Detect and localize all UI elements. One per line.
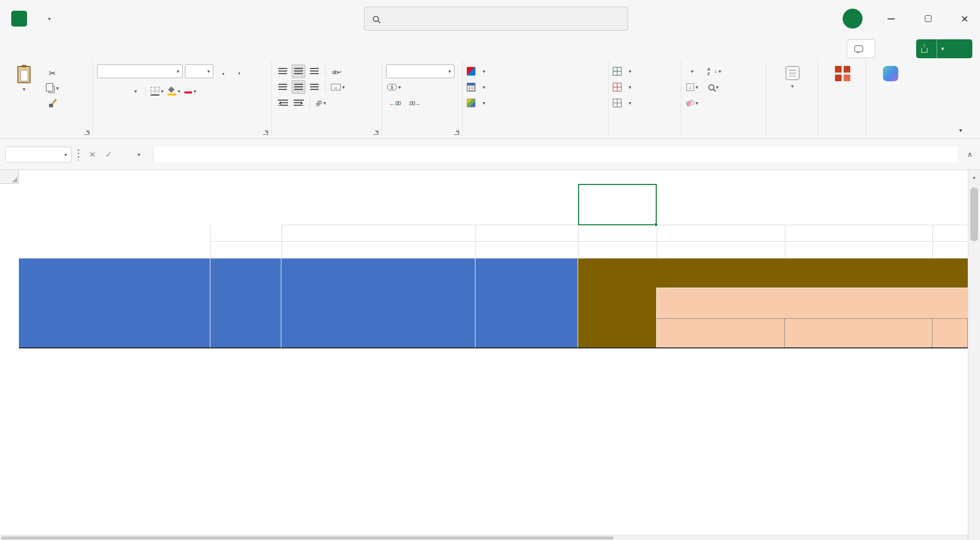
accounting-format-button[interactable] [386, 80, 402, 94]
insert-cells-button[interactable] [613, 63, 678, 79]
header-cell-ma-muc-tieu[interactable] [210, 259, 281, 348]
selected-cell-G1[interactable] [578, 184, 657, 225]
autosum-button[interactable] [685, 64, 698, 78]
increase-font-button[interactable]: ▴ [216, 64, 229, 78]
horizontal-scrollbar-thumb[interactable] [1, 536, 614, 539]
font-color-dropdown-icon[interactable] [194, 88, 196, 94]
clear-dropdown-icon[interactable] [696, 100, 698, 106]
bold-button[interactable] [97, 84, 111, 98]
cell-styles-dropdown-icon[interactable] [483, 100, 485, 106]
number-format-combo[interactable] [386, 64, 455, 78]
document-title[interactable] [43, 0, 51, 37]
orientation-button[interactable] [314, 96, 327, 110]
header-band-peach[interactable] [657, 288, 968, 318]
font-dialog-launcher[interactable] [263, 130, 268, 135]
close-button[interactable] [953, 0, 976, 37]
enter-formula-button[interactable] [101, 147, 116, 162]
cancel-formula-button[interactable] [85, 147, 100, 162]
paste-dropdown-icon[interactable] [22, 86, 25, 92]
scroll-up-arrow-icon[interactable] [968, 172, 980, 182]
comments-button[interactable] [847, 39, 875, 58]
search-box[interactable] [364, 7, 628, 31]
fill-button[interactable] [685, 80, 699, 94]
fill-color-dropdown-icon[interactable] [178, 88, 180, 94]
copilot-button[interactable] [876, 63, 905, 83]
delete-cells-button[interactable] [613, 79, 678, 95]
borders-dropdown-icon[interactable] [161, 88, 163, 94]
wrap-text-button[interactable] [330, 64, 344, 78]
decrease-indent-button[interactable] [276, 96, 290, 110]
header-cell-vien-canh[interactable] [19, 259, 210, 348]
fx-dropdown[interactable] [134, 147, 144, 162]
avatar[interactable] [843, 9, 863, 29]
search-input[interactable] [385, 14, 619, 24]
fill-dropdown-icon[interactable] [696, 84, 698, 90]
formula-input[interactable] [154, 147, 958, 162]
conditional-formatting-dropdown-icon[interactable] [483, 68, 485, 74]
sensitivity-button[interactable] [778, 63, 807, 89]
header-cell-chi-tieu[interactable] [933, 318, 968, 348]
header-cell-ma-chi-so[interactable] [578, 288, 657, 348]
font-name-combo[interactable] [97, 64, 183, 78]
header-cell-ten-muc-tieu[interactable] [281, 259, 475, 348]
clipboard-dialog-launcher[interactable] [84, 130, 89, 135]
format-cells-button[interactable] [613, 95, 678, 111]
name-box-chevron-icon[interactable] [64, 152, 67, 157]
formula-bar-handle[interactable] [78, 149, 79, 160]
increase-decimal-button[interactable] [386, 96, 403, 110]
share-main[interactable] [916, 39, 937, 58]
minimize-button[interactable] [879, 0, 903, 37]
merge-dropdown-icon[interactable] [342, 84, 345, 90]
font-size-combo[interactable] [185, 64, 213, 78]
italic-button[interactable] [113, 84, 127, 98]
format-as-table-dropdown-icon[interactable] [483, 84, 485, 90]
font-color-button[interactable] [183, 84, 197, 98]
collapse-ribbon-button[interactable] [954, 125, 967, 135]
increase-indent-button[interactable] [292, 96, 305, 110]
insert-function-button[interactable] [118, 147, 134, 162]
name-box[interactable] [5, 147, 71, 162]
share-dropdown[interactable] [937, 39, 948, 58]
insert-cells-dropdown-icon[interactable] [629, 68, 631, 74]
horizontal-scrollbar[interactable] [0, 535, 968, 540]
fill-color-button[interactable] [166, 84, 181, 98]
formula-input-area[interactable] [153, 147, 958, 162]
decrease-decimal-button[interactable] [405, 96, 423, 110]
align-top-button[interactable] [276, 64, 290, 78]
comma-style-button[interactable] [420, 80, 434, 94]
align-left-button[interactable] [276, 80, 290, 94]
number-dialog-launcher[interactable] [454, 130, 459, 135]
accounting-dropdown-icon[interactable] [398, 84, 401, 90]
align-center-button[interactable] [292, 80, 305, 94]
sort-filter-dropdown-icon[interactable] [719, 68, 721, 74]
header-cell-loai-muc-tieu[interactable] [475, 259, 578, 348]
underline-dropdown-icon[interactable] [134, 88, 137, 94]
align-bottom-button[interactable] [307, 64, 321, 78]
percent-style-button[interactable] [404, 80, 418, 94]
delete-cells-dropdown-icon[interactable] [629, 84, 631, 90]
vertical-scrollbar[interactable] [968, 170, 980, 540]
align-right-button[interactable] [307, 80, 321, 94]
header-cell-xu-huong[interactable] [785, 318, 933, 348]
cut-button[interactable] [45, 66, 60, 80]
header-band-olive[interactable] [578, 259, 968, 288]
find-select-button[interactable] [707, 80, 720, 94]
paste-button[interactable] [9, 63, 39, 110]
alignment-dialog-launcher[interactable] [373, 130, 378, 135]
copy-button[interactable] [45, 81, 60, 95]
maximize-button[interactable] [916, 0, 940, 37]
decrease-font-button[interactable]: ▾ [231, 64, 245, 78]
orientation-dropdown-icon[interactable] [323, 100, 326, 106]
underline-button[interactable] [129, 84, 141, 98]
autosum-dropdown-icon[interactable] [691, 68, 694, 74]
format-painter-button[interactable] [45, 96, 60, 110]
fill-handle[interactable] [654, 223, 658, 226]
copy-dropdown-icon[interactable] [56, 85, 59, 91]
merge-center-button[interactable] [330, 80, 346, 94]
format-cells-dropdown-icon[interactable] [629, 100, 631, 106]
vertical-scrollbar-thumb[interactable] [970, 187, 978, 241]
borders-button[interactable] [150, 84, 164, 98]
addins-button[interactable] [828, 63, 857, 83]
excel-logo-icon[interactable] [11, 11, 27, 27]
cell-styles-button[interactable] [467, 95, 605, 111]
